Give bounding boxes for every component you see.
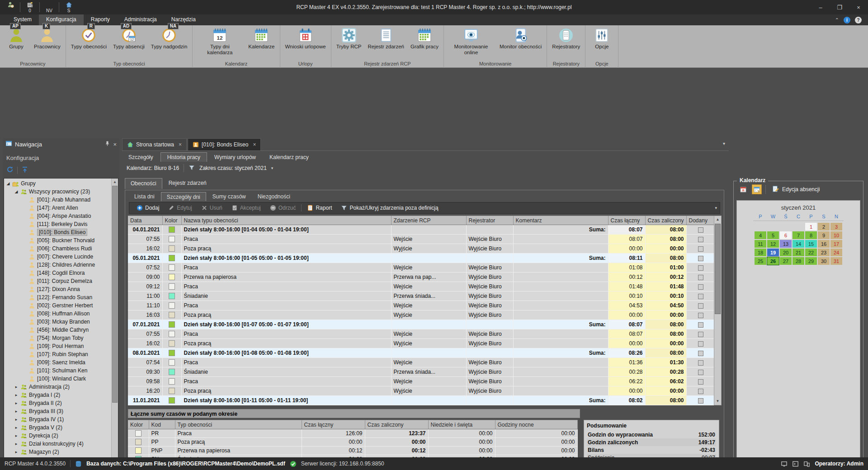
toolbar-button-poka-ukryj-zdarzenia-poza-definicj-[interactable]: Pokaż/Ukryj zdarzenia poza definicją [337,204,442,212]
tree-item[interactable]: ▸ Brygada I (2) [4,391,111,399]
calendar-day[interactable]: 26 [767,257,779,265]
added-checkbox[interactable] [698,284,703,290]
toolbar-button-edytuj[interactable]: Edytuj [165,204,195,212]
tree-item[interactable]: ▸ Brygada IV (1) [4,415,111,423]
column-header[interactable]: Czas zaliczony [645,216,686,225]
calendar-day[interactable]: 10 [830,231,842,239]
tree-closed-icon[interactable]: ▸ [14,442,19,446]
column-header[interactable]: Typ obecności [175,420,302,429]
tree-closed-icon[interactable]: ▸ [14,393,19,397]
added-checkbox[interactable] [698,370,703,375]
added-checkbox[interactable] [698,227,703,233]
tree-item[interactable]: [006]: Chambless Rudi [4,244,111,253]
day-summary-row[interactable]: 04.01.2021 Dzień stały 8:00-16:00 [01-04… [128,225,715,235]
tree-item[interactable]: [001]: Arab Muhannad [4,196,111,204]
collapse-all-icon[interactable] [21,166,28,174]
day-summary-row[interactable]: 08.01.2021 Dzień stały 8:00-16:00 [01-08… [128,348,715,358]
calendar-day[interactable]: 27 [780,257,792,265]
info-icon[interactable]: i [844,17,850,24]
calendar-day[interactable]: 2 [818,223,830,230]
calendar-day[interactable]: 29 [805,257,817,265]
ribbon-tab-narzędzia[interactable]: Narzędzia NA [164,14,203,25]
day-summary-row[interactable]: 07.01.2021 Dzień stały 8:00-16:00 [01-07… [128,320,715,329]
tree-item[interactable]: ▸ Brygada III (3) [4,407,111,415]
table-scrollbar-thumb[interactable] [715,224,721,314]
tree-scrollbar-thumb[interactable] [112,186,118,403]
day-summary-row[interactable]: 05.01.2021 Dzień stały 8:00-16:00 [01-05… [128,254,715,263]
ribbon-button-typy-nadgodzin[interactable]: Typy nadgodzin [148,27,191,61]
calendar-day[interactable]: 3 [830,223,842,230]
ribbon-button-grafik-pracy[interactable]: Grafik pracy [407,27,442,61]
tree-item[interactable]: [127]: Dixon Anna [4,285,111,293]
column-header[interactable]: Godziny nocne [495,420,577,429]
event-row[interactable]: 07:52 Praca Wejście Wejście Biuro 01:08 … [128,263,715,273]
added-checkbox[interactable] [698,379,703,385]
tab-wymiary-urlopów[interactable]: Wymiary urlopów [208,153,262,162]
added-checkbox[interactable] [698,313,703,318]
tree-closed-icon[interactable]: ▸ [14,417,19,422]
event-row[interactable]: 07:55 Praca Wejście Wejście Biuro 08:07 … [128,329,715,339]
ribbon-tab-konfiguracja[interactable]: Konfiguracja K [39,14,84,25]
tab-lista-dni[interactable]: Lista dni [129,192,160,201]
tree-item[interactable]: [008]: Huffman Allison [4,310,111,318]
tree-item[interactable]: [002]: Gerstner Herbert [4,301,111,310]
refresh-icon[interactable] [6,166,14,174]
tree-item[interactable]: ◢ Wszyscy pracownicy (23) [4,188,111,196]
tree-item[interactable]: ▸ Dyrekcja (2) [4,432,111,440]
calendar-day[interactable]: 1 [805,223,817,230]
column-header[interactable]: Czas łączny [302,420,365,429]
column-header[interactable]: Data [128,216,162,225]
tab-kalendarz-pracy[interactable]: Kalendarz pracy [263,153,315,162]
added-checkbox[interactable] [698,351,703,356]
event-row[interactable]: 07:55 Praca Wejście Wejście Biuro 08:07 … [128,235,715,244]
event-row[interactable]: 09:30 Śniadanie Przerwa śniada... Wyjści… [128,367,715,377]
ribbon-collapse-icon[interactable]: ⌃ [835,17,839,23]
ribbon-button-monitor-obecno-ci[interactable]: Monitor obecności [496,27,545,61]
column-header[interactable]: Dodany [686,216,715,225]
tree-closed-icon[interactable]: ▸ [14,425,19,430]
ribbon-button-typy-dni-kalendarza[interactable]: 12 Typy dni kalendarza [194,27,245,61]
scroll-down-icon[interactable]: ▼ [714,398,721,405]
ribbon-button-grupy[interactable]: Grupy [2,27,31,61]
quick-access-building[interactable]: 0 [23,1,37,13]
totals-row[interactable]: PP Poza pracą 00:00 00:00 00:00 00:00 [128,438,577,446]
toolbar-button-akceptuj[interactable]: Akceptuj [228,204,264,212]
tree-closed-icon[interactable]: ▸ [14,385,19,389]
time-range-dropdown[interactable]: Zakres czasu: styczeń 2021 [199,165,267,171]
doc-tab-active[interactable]: [010]: Bonds Eliseo × [188,138,261,150]
added-checkbox[interactable] [698,389,703,394]
tab-obecności[interactable]: Obecności [125,178,162,189]
monitor-icon[interactable] [781,461,788,467]
calendar-day[interactable]: 6 [780,231,792,239]
ribbon-button-pracownicy[interactable]: Pracownicy [31,27,64,61]
tree-item[interactable]: [003]: Mckay Branden [4,318,111,326]
ribbon-button-monitorowanie-online[interactable]: Monitorowanie online [446,27,496,61]
tree-closed-icon[interactable]: ▸ [14,433,19,438]
event-row[interactable]: 16:02 Poza pracą Wyjście Wyjście Biuro 0… [128,244,715,254]
column-header[interactable]: Rejestrator [466,216,513,225]
event-row[interactable]: 09:12 Praca Wejście Wejście Biuro 01:48 … [128,282,715,291]
calendar-day[interactable]: 17 [830,240,842,248]
calendar-day[interactable]: 24 [830,249,842,256]
calendar-day[interactable]: 22 [805,249,817,256]
calendar-day[interactable]: 20 [780,249,792,256]
added-checkbox[interactable] [698,303,703,309]
quick-access-person-clock[interactable] [4,1,17,8]
calendar-day[interactable]: 19 [767,249,779,256]
tree-item[interactable]: [101]: Schulman Ken [4,367,111,375]
tree-open-icon[interactable]: ◢ [14,189,19,194]
tab-rejestr-zdarzeń[interactable]: Rejestr zdarzeń [163,178,212,189]
toolbar-button-usu-[interactable]: Usuń [198,204,226,212]
column-header[interactable]: Kolor [128,420,149,429]
close-button[interactable]: × [849,0,868,14]
tab-list-chevron-icon[interactable]: ▾ [723,138,729,150]
tree-closed-icon[interactable]: ▸ [14,401,19,405]
tree-scrollbar[interactable]: ▲ ▼ [111,179,118,470]
doc-tab-inactive[interactable]: Strona startowa × [122,138,187,150]
table-scrollbar[interactable]: ▲ ▼ [714,216,722,405]
calendar-day[interactable]: 16 [818,240,830,248]
column-header[interactable]: Kolor [162,216,181,225]
calendar-day[interactable]: 25 [755,257,766,265]
calendar-day[interactable]: 15 [805,240,817,248]
column-header[interactable]: Zdarzenie RCP [391,216,466,225]
